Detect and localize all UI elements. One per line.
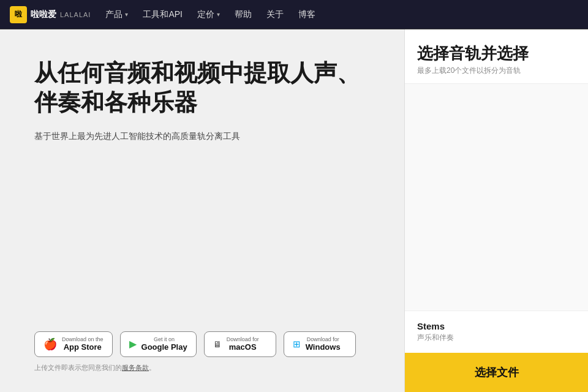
nav-item-tools[interactable]: 工具和API <box>143 9 183 20</box>
nav-item-about[interactable]: 关于 <box>266 9 284 20</box>
macos-icon: 🖥 <box>213 339 222 349</box>
main-content: 从任何音频和视频中提取人声、伴奏和各种乐器 基于世界上最为先进人工智能技术的高质… <box>0 29 588 392</box>
terms-text: 上传文件即表示您同意我们的服务条款。 <box>34 363 380 372</box>
terms-link[interactable]: 服务条款 <box>122 364 149 371</box>
right-panel-title: 选择音轨并选择 <box>417 44 576 63</box>
windows-icon: ⊞ <box>293 339 301 350</box>
select-file-button[interactable]: 选择文件 <box>405 353 588 392</box>
right-panel-subtitle: 最多上载20个文件以拆分为音轨 <box>417 66 576 76</box>
macos-button[interactable]: 🖥 Download for macOS <box>204 331 276 357</box>
googleplay-button[interactable]: ▶ Get it on Google Play <box>120 331 197 357</box>
upload-area[interactable] <box>405 84 588 311</box>
nav-item-products[interactable]: 产品 ▾ <box>105 9 128 20</box>
googleplay-icon: ▶ <box>129 338 137 350</box>
navbar: 啦 啦啦爱 LALALAI 产品 ▾ 工具和API 定价 ▾ 帮助 关于 博客 <box>0 0 588 29</box>
download-buttons: 🍎 Download on the App Store ▶ Get it on … <box>34 331 380 357</box>
nav-item-help[interactable]: 帮助 <box>235 9 252 20</box>
logo[interactable]: 啦 啦啦爱 LALALAI <box>10 6 91 23</box>
stems-section: Stems 声乐和伴奏 <box>405 311 588 353</box>
appstore-button[interactable]: 🍎 Download on the App Store <box>34 331 113 357</box>
hero-subtitle: 基于世界上最为先进人工智能技术的高质量轨分离工具 <box>34 129 279 143</box>
download-section: 🍎 Download on the App Store ▶ Get it on … <box>34 331 380 372</box>
logo-sub: LALALAI <box>60 11 91 18</box>
apple-icon: 🍎 <box>43 337 57 351</box>
chevron-down-icon: ▾ <box>125 11 128 18</box>
left-panel: 从任何音频和视频中提取人声、伴奏和各种乐器 基于世界上最为先进人工智能技术的高质… <box>0 29 404 392</box>
windows-button[interactable]: ⊞ Download for Windows <box>284 331 356 357</box>
hero-section: 从任何音频和视频中提取人声、伴奏和各种乐器 基于世界上最为先进人工智能技术的高质… <box>34 59 380 143</box>
logo-name: 啦啦爱 <box>31 9 56 20</box>
nav-item-pricing[interactable]: 定价 ▾ <box>197 9 220 20</box>
nav-item-blog[interactable]: 博客 <box>298 9 315 20</box>
stems-desc: 声乐和伴奏 <box>417 333 576 343</box>
right-panel-header: 选择音轨并选择 最多上载20个文件以拆分为音轨 <box>405 29 588 84</box>
logo-icon: 啦 <box>10 6 27 23</box>
chevron-down-icon: ▾ <box>217 11 220 18</box>
right-panel: 选择音轨并选择 最多上载20个文件以拆分为音轨 Stems 声乐和伴奏 选择文件 <box>404 29 588 392</box>
hero-title: 从任何音频和视频中提取人声、伴奏和各种乐器 <box>34 59 380 117</box>
stems-label: Stems <box>417 321 576 331</box>
